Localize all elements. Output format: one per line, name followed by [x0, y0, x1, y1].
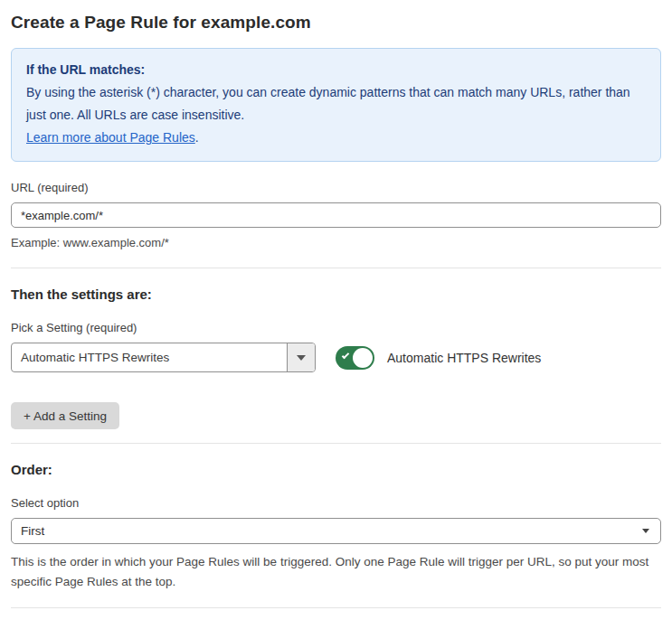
settings-section-heading: Then the settings are: — [11, 287, 661, 302]
learn-more-link[interactable]: Learn more about Page Rules — [26, 130, 195, 145]
automatic-https-rewrites-toggle[interactable] — [336, 346, 374, 370]
pick-setting-label: Pick a Setting (required) — [11, 321, 661, 334]
order-helper-text: This is the order in which your Page Rul… — [11, 552, 658, 592]
toggle-knob — [353, 348, 373, 368]
order-select-label: Select option — [11, 496, 661, 510]
divider — [11, 268, 661, 268]
order-select-value: First — [21, 524, 642, 538]
url-field-label: URL (required) — [11, 181, 661, 194]
url-example-helper: Example: www.example.com/* — [11, 236, 661, 249]
url-matches-info-box: If the URL matches: By using the asteris… — [11, 48, 661, 162]
setting-select-value: Automatic HTTPS Rewrites — [12, 343, 287, 371]
order-select[interactable]: First — [11, 518, 661, 544]
add-setting-button[interactable]: + Add a Setting — [11, 402, 119, 429]
page-title: Create a Page Rule for example.com — [11, 13, 661, 33]
info-box-body: By using the asterisk (*) character, you… — [26, 81, 646, 127]
check-icon — [342, 351, 349, 358]
info-box-heading: If the URL matches: — [26, 59, 646, 81]
create-page-rule-form: Create a Page Rule for example.com If th… — [0, 0, 672, 620]
chevron-down-icon — [642, 529, 649, 533]
setting-select-arrow-button[interactable] — [287, 343, 315, 371]
divider — [11, 443, 661, 444]
setting-row: Automatic HTTPS Rewrites Automatic HTTPS… — [11, 343, 661, 372]
order-section-heading: Order: — [11, 462, 661, 477]
url-input[interactable] — [11, 202, 661, 228]
divider — [11, 607, 661, 608]
info-box-link-line: Learn more about Page Rules. — [26, 127, 646, 149]
setting-select[interactable]: Automatic HTTPS Rewrites — [11, 343, 316, 372]
toggle-label: Automatic HTTPS Rewrites — [387, 351, 541, 365]
chevron-down-icon — [297, 355, 306, 361]
link-period: . — [195, 130, 199, 145]
